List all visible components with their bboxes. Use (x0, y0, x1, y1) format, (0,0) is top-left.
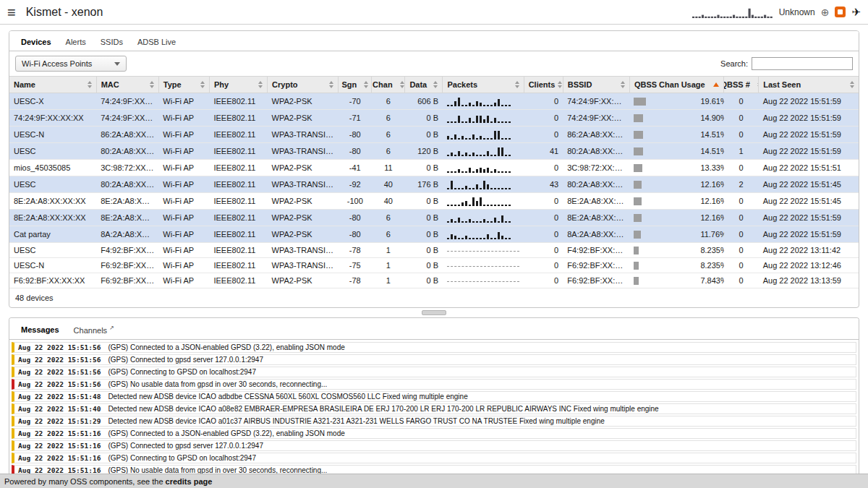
tab-devices[interactable]: Devices (14, 33, 59, 51)
sort-arrows-icon (258, 81, 263, 88)
cell-sgn: -78 (339, 243, 372, 258)
message-time: Aug 22 2022 15:51:56 (18, 356, 101, 364)
device-row[interactable]: UESC80:2A:A8:XX:XX:XXWi-Fi APIEEE802.11W… (9, 176, 859, 193)
message-row: Aug 22 2022 15:51:29Detected new ADSB de… (12, 416, 856, 427)
column-header-last-seen[interactable]: Last Seen (759, 77, 859, 93)
search-box: Search: (720, 57, 853, 70)
panel-splitter (0, 308, 868, 317)
cell-last: Aug 22 2022 15:51:45 (759, 176, 859, 193)
adsb-plane-icon[interactable]: ✈ (851, 7, 861, 17)
qbss-usage-cell: 14.51% (629, 127, 723, 143)
cell-name: Cat partay (9, 226, 96, 243)
device-row[interactable]: UESCF4:92:BF:XX:XX:XXWi-Fi APIEEE802.11W… (9, 243, 859, 258)
message-row: Aug 22 2022 15:51:56(GPS) Connected to g… (12, 354, 856, 365)
device-row[interactable]: UESC80:2A:A8:XX:XX:XXWi-Fi APIEEE802.11W… (9, 143, 859, 160)
column-header-type[interactable]: Type (158, 77, 209, 93)
device-row[interactable]: 8E:2A:A8:XX:XX:XX8E:2A:A8:XX:XX:XXWi-Fi … (9, 193, 859, 210)
device-view-select[interactable]: Wi-Fi Access Points (15, 56, 127, 72)
qbss-usage-cell: 19.61% (629, 93, 723, 110)
cell-name: UESC (9, 143, 96, 160)
device-row[interactable]: Cat partay8A:2A:A8:XX:XX:XXWi-Fi APIEEE8… (9, 226, 859, 243)
column-header-bssid[interactable]: BSSID (563, 77, 629, 93)
cell-clients: 0 (524, 273, 563, 288)
qbss-usage-value: 14.90% (700, 114, 723, 122)
sort-arrows-icon (621, 81, 625, 88)
cell-clients: 0 (524, 210, 563, 226)
cell-type: Wi-Fi AP (158, 160, 209, 176)
device-row[interactable]: UESC-NF6:92:BF:XX:XX:XXWi-Fi APIEEE802.1… (9, 258, 859, 273)
cell-data: 0 B (405, 273, 443, 288)
qbss-usage-bar (634, 114, 694, 122)
column-header-data[interactable]: Data (405, 77, 443, 93)
topbar: ≡ Kismet - xenon Unknown ⊕ ✈ (0, 0, 868, 25)
message-text: (GPS) No usable data from gpsd in over 3… (108, 380, 327, 388)
cell-crypto: WPA2-PSK (268, 93, 339, 110)
device-row[interactable]: UESC-X74:24:9F:XX:XX:XXWi-Fi APIEEE802.1… (9, 93, 859, 110)
cell-phy: IEEE802.11 (209, 127, 267, 143)
device-row[interactable]: UESC-N86:2A:A8:XX:XX:XXWi-Fi APIEEE802.1… (9, 127, 859, 143)
splitter-handle[interactable] (422, 310, 446, 315)
qbss-usage-cell: 8.235% (629, 258, 723, 273)
message-time: Aug 22 2022 15:51:56 (18, 343, 101, 351)
cell-crypto: WPA2-PSK (268, 160, 339, 176)
column-header-crypto[interactable]: Crypto (268, 77, 339, 93)
qbss-usage-bar (634, 262, 694, 270)
device-row[interactable]: mios_450350853C:98:72:XX:XX:XXWi-Fi APIE… (9, 160, 859, 176)
column-header-packets[interactable]: Packets (443, 77, 524, 93)
column-label: Chan (373, 80, 393, 89)
column-header-sgn[interactable]: Sgn (339, 77, 372, 93)
column-header-phy[interactable]: Phy (209, 77, 267, 93)
qbss-usage-value: 19.61% (700, 97, 723, 106)
column-label: Last Seen (763, 80, 801, 89)
column-header-qbss[interactable]: QBSS # (724, 77, 759, 93)
page-footer: Powered by many OSS components, see the … (0, 474, 868, 488)
alert-icon[interactable] (835, 7, 846, 17)
device-row[interactable]: 74:24:9F:XX:XX:XX74:24:9F:XX:XX:XXWi-Fi … (9, 110, 859, 127)
tab-channels[interactable]: Channels↗ (67, 320, 122, 339)
message-row: Aug 22 2022 15:51:16(GPS) No usable data… (12, 465, 856, 474)
cell-type: Wi-Fi AP (158, 176, 209, 193)
column-header-qbss-chan-usage[interactable]: QBSS Chan Usage (629, 77, 723, 93)
message-row: Aug 22 2022 15:51:56(GPS) Connecting to … (12, 367, 856, 377)
cell-chan: 6 (372, 127, 405, 143)
qbss-usage-bar (634, 277, 694, 285)
cell-sgn: -70 (339, 93, 372, 110)
qbss-usage-bar (634, 231, 694, 239)
cell-phy: IEEE802.11 (209, 210, 267, 226)
cell-sgn: -100 (339, 193, 372, 210)
column-header-clients[interactable]: Clients (524, 77, 563, 93)
cell-sgn: -80 (339, 226, 372, 243)
column-header-name[interactable]: Name (9, 77, 96, 93)
cell-name: 8E:2A:A8:XX:XX:XX (9, 210, 96, 226)
qbss-usage-bar (634, 247, 694, 254)
qbss-usage-value: 14.51% (700, 147, 723, 155)
cell-chan: 1 (372, 273, 405, 288)
message-row: Aug 22 2022 15:51:40Detected new ADSB de… (12, 403, 856, 414)
qbss-usage-value: 14.51% (700, 130, 723, 139)
tab-adsb-live[interactable]: ADSB Live (130, 33, 183, 51)
tab-alerts[interactable]: Alerts (59, 33, 93, 51)
column-header-mac[interactable]: MAC (96, 77, 158, 93)
cell-crypto: WPA2-PSK (268, 273, 339, 288)
cell-type: Wi-Fi AP (158, 273, 209, 288)
cell-data: 0 B (405, 243, 443, 258)
device-row[interactable]: F6:92:BF:XX:XX:XXF6:92:BF:XX:XX:XXWi-Fi … (9, 273, 859, 288)
cell-crypto: WPA2-PSK (268, 110, 339, 127)
tab-ssids[interactable]: SSIDs (93, 33, 130, 51)
qbss-usage-bar (634, 181, 694, 189)
column-header-chan[interactable]: Chan (372, 77, 405, 93)
cell-name: UESC-X (9, 93, 96, 110)
cell-data: 0 B (405, 110, 443, 127)
sort-arrows-icon (364, 81, 368, 88)
cell-data: 0 B (405, 193, 443, 210)
message-text: Detected new ADSB device ICAO adbdbe CES… (108, 393, 467, 401)
sort-arrows-icon (558, 81, 562, 88)
cell-crypto: WPA3-TRANSITION (268, 243, 339, 258)
credits-link[interactable]: credits page (166, 477, 213, 486)
search-input[interactable] (752, 57, 853, 70)
qbss-usage-bar (634, 98, 694, 106)
menu-icon[interactable]: ≡ (7, 5, 16, 20)
device-row[interactable]: 8E:2A:A8:XX:XX:XX8E:2A:A8:XX:XX:XXWi-Fi … (9, 210, 859, 226)
tab-messages[interactable]: Messages (14, 321, 67, 338)
cell-clients: 0 (524, 160, 563, 176)
